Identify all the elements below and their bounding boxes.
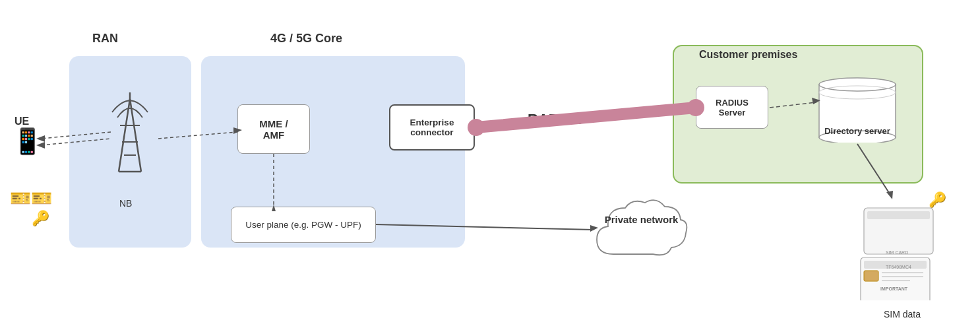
userplane-box: User plane (e.g. PGW - UPF) — [231, 207, 376, 243]
key-ue-icon: 🔑 — [32, 210, 49, 227]
sim-stack: TF6498MC4 IMPORTANT SIM CARD — [854, 195, 960, 300]
ue-label: UE — [15, 116, 29, 127]
diagram-container: RAN 4G / 5G Core Customer premises UE 📱 … — [0, 0, 980, 336]
svg-text:SIM CARD: SIM CARD — [886, 250, 908, 255]
svg-text:IMPORTANT: IMPORTANT — [880, 286, 908, 291]
svg-point-9 — [819, 78, 896, 91]
svg-line-31 — [476, 108, 696, 127]
sim-cards-icon: 🎫🎫 — [10, 188, 52, 209]
directory-server-label: Directory server — [816, 126, 898, 136]
antenna-tower — [106, 92, 155, 187]
svg-text:TF6498MC4: TF6498MC4 — [886, 265, 911, 269]
radius-server-box: RADIUS Server — [696, 86, 768, 129]
directory-server-box: Directory server — [816, 71, 898, 143]
ue-phone-icon: 📱 — [12, 127, 43, 156]
core-label: 4G / 5G Core — [270, 32, 342, 46]
svg-rect-12 — [867, 211, 930, 219]
sim-data-label: SIM data — [884, 309, 921, 319]
radius-label: RADIUS — [528, 111, 583, 128]
key-dir-icon: 🔑 — [929, 191, 946, 209]
private-network-label: Private network — [594, 213, 689, 226]
ran-label: RAN — [92, 32, 118, 46]
customer-label: Customer premises — [699, 49, 797, 61]
mme-amf-box: MME / AMF — [237, 104, 310, 154]
enterprise-connector-box: Enterprise connector — [389, 104, 475, 151]
svg-rect-15 — [864, 271, 878, 281]
nb-label: NB — [119, 198, 132, 209]
private-network-cloud: Private network — [594, 195, 689, 267]
